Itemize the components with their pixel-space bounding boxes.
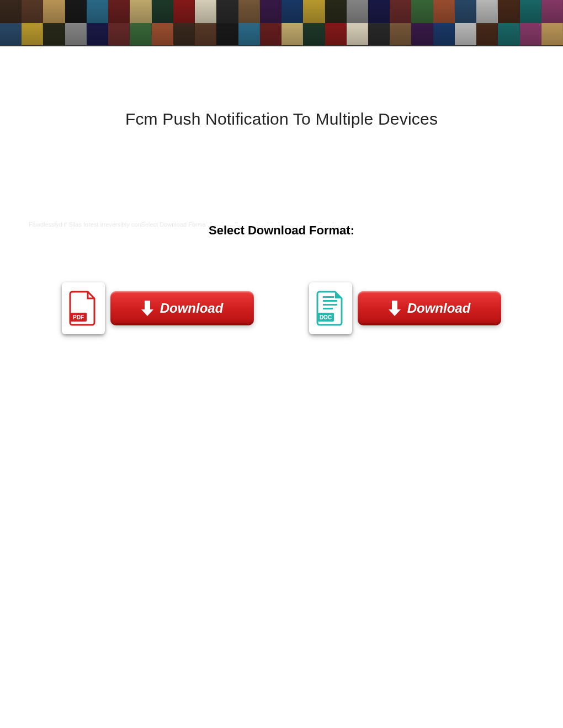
download-arrow-icon <box>141 301 153 316</box>
banner-tile <box>108 23 130 46</box>
banner-row-1 <box>0 0 563 23</box>
banner-tile <box>238 0 260 23</box>
download-doc-button[interactable]: Download <box>358 291 501 325</box>
download-item-doc: DOC Download <box>309 282 501 334</box>
select-format-label: Select Download Format: <box>205 223 358 238</box>
banner-tile <box>541 0 563 23</box>
banner-collage <box>0 0 563 46</box>
banner-tile <box>411 0 433 23</box>
banner-tile <box>152 23 173 46</box>
banner-tile <box>303 23 325 46</box>
doc-badge-text: DOC <box>320 314 332 320</box>
banner-tile <box>43 23 65 46</box>
download-pdf-label: Download <box>160 301 224 316</box>
banner-tile <box>22 23 43 46</box>
download-pdf-button[interactable]: Download <box>110 291 254 325</box>
banner-tile <box>368 23 390 46</box>
banner-tile <box>433 23 455 46</box>
banner-tile <box>130 23 151 46</box>
download-doc-label: Download <box>407 301 471 316</box>
banner-tile <box>455 0 476 23</box>
banner-tile <box>282 23 303 46</box>
banner-tile <box>195 23 216 46</box>
banner-tile <box>411 23 433 46</box>
banner-tile <box>498 23 519 46</box>
banner-tile <box>368 0 390 23</box>
banner-tile <box>455 23 476 46</box>
svg-rect-2 <box>323 300 337 302</box>
banner-tile <box>347 23 368 46</box>
pdf-badge-text: PDF <box>73 314 84 320</box>
banner-tile <box>0 0 22 23</box>
banner-tile <box>87 23 108 46</box>
banner-tile <box>43 0 65 23</box>
banner-tile <box>476 0 498 23</box>
banner-tile <box>195 0 216 23</box>
banner-tile <box>260 0 282 23</box>
banner-tile <box>0 23 22 46</box>
banner-tile <box>476 23 498 46</box>
banner-tile <box>303 0 325 23</box>
banner-tile <box>173 23 195 46</box>
doc-file-icon: DOC <box>309 282 352 334</box>
format-area: Fawdlesslyd if Silas forest irreversibly… <box>0 218 563 243</box>
svg-rect-1 <box>323 296 334 298</box>
banner-tile <box>541 23 563 46</box>
banner-tile <box>65 23 87 46</box>
page-title: Fcm Push Notification To Multiple Device… <box>0 110 563 129</box>
banner-tile <box>520 23 541 46</box>
banner-tile <box>498 0 519 23</box>
banner-tile <box>108 0 130 23</box>
banner-tile <box>325 23 347 46</box>
banner-tile <box>390 23 411 46</box>
banner-tile <box>520 0 541 23</box>
download-item-pdf: PDF Download <box>62 282 254 334</box>
pdf-icon: PDF <box>69 291 98 326</box>
banner-tile <box>152 0 173 23</box>
content-area: Fcm Push Notification To Multiple Device… <box>0 46 563 129</box>
download-arrow-icon <box>389 301 401 316</box>
banner-tile <box>238 23 260 46</box>
banner-tile <box>87 0 108 23</box>
banner-tile <box>216 23 238 46</box>
banner-tile <box>390 0 411 23</box>
banner-tile <box>22 0 43 23</box>
banner-tile <box>260 23 282 46</box>
banner-tile <box>216 0 238 23</box>
banner-row-2 <box>0 23 563 46</box>
banner-tile <box>325 0 347 23</box>
banner-tile <box>433 0 455 23</box>
svg-rect-4 <box>323 308 333 309</box>
pdf-file-icon: PDF <box>62 282 105 334</box>
downloads-row: PDF Download DOC <box>0 282 563 334</box>
doc-icon: DOC <box>316 291 345 326</box>
banner-tile <box>347 0 368 23</box>
banner-tile <box>282 0 303 23</box>
svg-rect-3 <box>323 304 337 306</box>
banner-tile <box>65 0 87 23</box>
banner-tile <box>130 0 151 23</box>
banner-tile <box>173 0 195 23</box>
